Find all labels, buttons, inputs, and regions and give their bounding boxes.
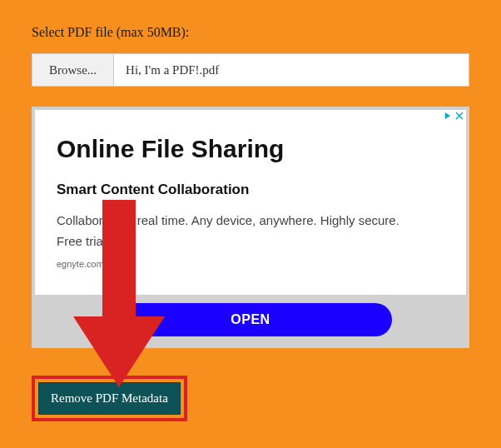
ad-body: Collaborate in real time. Any device, an… (57, 212, 444, 251)
ad-info-icon (441, 110, 453, 122)
ad-body-line1: Collaborate in real time. Any device, an… (57, 212, 444, 231)
ad-domain: egnyte.com (57, 259, 444, 269)
ad-container: Online File Sharing Smart Content Collab… (32, 107, 469, 348)
ad-info-close[interactable] (441, 110, 464, 122)
close-icon[interactable] (454, 111, 464, 121)
open-button[interactable]: OPEN (109, 303, 392, 336)
file-label: Select PDF file (max 50MB): (32, 25, 469, 40)
file-input-row: Browse... (32, 53, 469, 87)
ad-content[interactable]: Online File Sharing Smart Content Collab… (35, 110, 466, 295)
browse-button[interactable]: Browse... (32, 54, 114, 86)
ad-heading: Online File Sharing (57, 135, 444, 163)
remove-metadata-button[interactable]: Remove PDF Metadata (38, 382, 181, 415)
file-name-input[interactable] (114, 54, 469, 86)
ad-button-row: OPEN (35, 295, 466, 345)
page-container: Select PDF file (max 50MB): Browse... On… (0, 0, 501, 448)
ad-body-line2: Free trial (57, 232, 444, 251)
action-highlight: Remove PDF Metadata (32, 376, 187, 421)
ad-subheading: Smart Content Collaboration (57, 182, 444, 198)
